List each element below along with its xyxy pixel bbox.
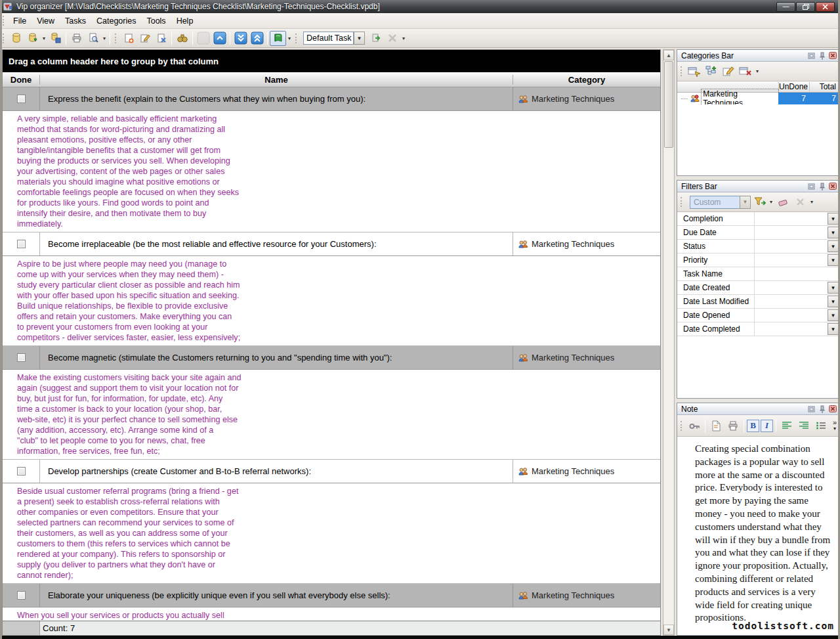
panel-pin-button[interactable] [817, 405, 827, 414]
column-header-name[interactable]: Name [40, 75, 513, 85]
vertical-scrollbar[interactable]: ▲ ▼ [663, 49, 675, 636]
filter-value[interactable] [755, 212, 827, 225]
column-header-done[interactable]: Done [3, 75, 40, 85]
filter-preset-combo[interactable]: Custom ▼ [690, 196, 751, 209]
restore-button[interactable] [796, 2, 815, 12]
done-checkbox[interactable] [17, 95, 26, 103]
notes-dropdown[interactable]: ▾ [286, 35, 293, 41]
panel-maximize-button[interactable] [807, 405, 816, 414]
panel-pin-button[interactable] [817, 182, 827, 191]
scroll-up-arrow[interactable]: ▲ [663, 50, 674, 60]
close-button[interactable] [816, 2, 835, 12]
print-dropdown[interactable]: ▾ [101, 35, 108, 41]
filter-dropdown-button[interactable]: ▼ [828, 240, 839, 252]
panel-close-button[interactable] [828, 51, 837, 60]
undone-column-header[interactable]: UnDone [778, 82, 809, 91]
menu-categories[interactable]: Categories [91, 14, 141, 28]
delete-task-button[interactable] [153, 31, 169, 46]
filter-value[interactable] [755, 322, 827, 336]
group-by-band[interactable]: Drag a column header here to group by th… [3, 50, 660, 72]
column-header-category[interactable]: Category [513, 75, 660, 85]
category-row[interactable]: Marketing Techniques 7 7 [677, 93, 839, 104]
new-task-button[interactable] [120, 31, 136, 46]
insert-hyperlink-button[interactable] [686, 418, 703, 433]
scroll-down-arrow[interactable]: ▼ [663, 625, 674, 635]
filter-value[interactable] [755, 281, 827, 294]
done-checkbox[interactable] [17, 467, 26, 475]
total-column-header[interactable]: Total [809, 82, 839, 91]
minimize-button[interactable]: — [776, 2, 795, 12]
filter-dropdown-button[interactable]: ▼ [828, 254, 839, 266]
task-row[interactable]: Develop partnerships (create Customer an… [3, 460, 660, 483]
filter-dropdown-button[interactable]: ▼ [828, 282, 839, 294]
edit-category-button[interactable] [720, 64, 737, 79]
move-top-button[interactable] [249, 31, 265, 46]
open-database-dropdown[interactable]: ▾ [41, 35, 47, 41]
print-preview-button[interactable] [85, 31, 101, 46]
menu-help[interactable]: Help [171, 14, 199, 28]
italic-button[interactable]: I [761, 420, 773, 432]
add-subcategory-button[interactable] [703, 64, 720, 79]
filter-dropdown[interactable]: ▾ [768, 199, 774, 205]
move-bottom-button[interactable] [232, 31, 249, 46]
bullet-list-button[interactable] [812, 418, 830, 433]
panel-close-button[interactable] [828, 182, 837, 191]
filters-toolbar-overflow[interactable]: ▾ [808, 199, 815, 205]
open-database-button[interactable] [24, 31, 41, 46]
filter-dropdown-button[interactable]: ▼ [828, 213, 839, 225]
note-toolbar-overflow[interactable]: » ▾ [833, 420, 839, 431]
task-template-combo[interactable]: Default Task ▼ [303, 32, 365, 45]
clear-filter-button[interactable] [774, 194, 791, 210]
print-button[interactable] [68, 31, 85, 46]
filter-dropdown-button[interactable]: ▼ [828, 227, 839, 238]
filter-preset-dropdown[interactable]: ▼ [740, 196, 751, 209]
filter-value[interactable] [755, 267, 839, 280]
menu-file[interactable]: File [8, 14, 32, 28]
done-checkbox[interactable] [17, 240, 26, 248]
scrollbar-track[interactable] [663, 148, 674, 625]
delete-filter-button[interactable] [791, 194, 808, 210]
task-template-dropdown[interactable]: ▼ [354, 32, 365, 45]
task-row[interactable]: Become magnetic (stimulate the Customers… [3, 346, 660, 370]
task-row[interactable]: Express the benefit (explain to the Cust… [3, 87, 660, 111]
filter-dropdown-button[interactable]: ▼ [828, 309, 839, 321]
filter-value[interactable] [755, 295, 827, 308]
menu-view[interactable]: View [32, 14, 60, 28]
menu-tasks[interactable]: Tasks [60, 14, 91, 28]
note-text-area[interactable]: Creating special combination packages is… [677, 437, 839, 635]
categories-toolbar-overflow[interactable]: ▾ [754, 68, 761, 74]
clear-template-button[interactable] [384, 31, 400, 46]
new-database-button[interactable] [8, 31, 24, 46]
task-row[interactable]: Become irreplaceable (be the most reliab… [3, 232, 660, 256]
filter-value[interactable] [755, 226, 827, 239]
done-checkbox[interactable] [17, 353, 26, 362]
task-row[interactable]: Elaborate your uniqueness (be explicitly… [3, 584, 660, 607]
done-checkbox[interactable] [17, 591, 26, 600]
move-down-button[interactable] [195, 31, 211, 46]
panel-pin-button[interactable] [817, 51, 827, 60]
panel-maximize-button[interactable] [807, 51, 816, 60]
filter-value[interactable] [755, 240, 827, 253]
filter-dropdown-button[interactable]: ▼ [828, 296, 839, 307]
save-database-button[interactable] [47, 31, 64, 46]
apply-filter-button[interactable] [751, 194, 768, 210]
toolbar-overflow[interactable]: ▾ [400, 35, 407, 41]
align-left-button[interactable] [778, 418, 795, 433]
filter-dropdown-button[interactable]: ▼ [828, 323, 839, 335]
find-button[interactable] [174, 31, 190, 46]
delete-category-button[interactable] [737, 64, 754, 79]
bold-button[interactable]: B [747, 420, 759, 432]
insert-file-button[interactable] [707, 418, 724, 433]
move-up-button[interactable] [211, 31, 228, 46]
notes-panel-toggle[interactable] [270, 31, 286, 46]
align-right-button[interactable] [795, 418, 812, 433]
filter-value[interactable] [755, 253, 827, 267]
panel-maximize-button[interactable] [807, 182, 816, 191]
print-note-button[interactable] [724, 418, 742, 433]
add-category-button[interactable] [686, 64, 703, 79]
filter-value[interactable] [755, 309, 827, 322]
menu-tools[interactable]: Tools [141, 14, 171, 28]
panel-close-button[interactable] [828, 405, 837, 414]
edit-task-button[interactable] [136, 31, 153, 46]
scrollbar-thumb[interactable] [664, 61, 673, 148]
